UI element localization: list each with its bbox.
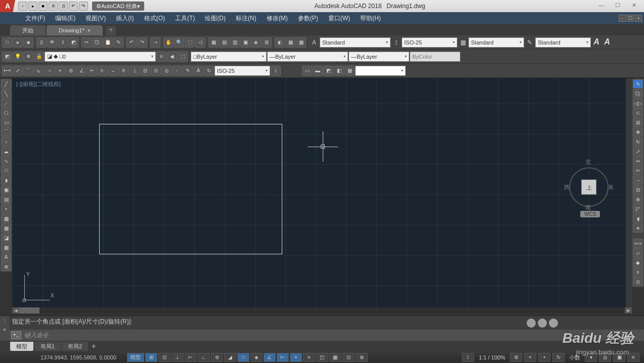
arc-icon[interactable]: ⌒ [1,127,11,137]
copy2-icon[interactable]: ⿻ [633,89,643,98]
menu-tools[interactable]: 工具(T) [170,14,200,23]
rotate-icon[interactable]: ↻ [633,137,643,146]
mtext-icon[interactable]: A [1,252,11,261]
cmd-handle-icon[interactable]: ⋮ [2,318,8,325]
dim-angular-icon[interactable]: ∠ [76,66,87,76]
mirror-icon[interactable]: ◁▷ [633,99,643,108]
menu-modify[interactable]: 修改(M) [262,14,293,23]
rectangle-icon[interactable]: ▭ [1,118,11,127]
menu-window[interactable]: 窗口(W) [323,14,355,23]
dist-icon[interactable]: ⟺ [633,239,643,248]
layer-prev-icon[interactable]: ◀ [167,52,177,62]
fillet-icon[interactable]: ◖ [633,214,643,223]
close-button[interactable]: ✕ [628,2,640,10]
menu-help[interactable]: 帮助(H) [355,14,386,23]
join-icon[interactable]: ⊕ [633,195,643,204]
list-icon[interactable]: ≡ [633,267,643,277]
menu-view[interactable]: 视图(V) [80,14,111,23]
offset-icon[interactable]: ⊂ [633,108,643,117]
dim-update-icon[interactable]: ↻ [204,66,214,76]
status-lwt-icon[interactable]: ≡ [303,353,315,362]
stretch-icon[interactable]: ⇔ [633,156,643,165]
inspection-icon[interactable]: ◎ [161,66,171,76]
pan-icon[interactable]: ✋ [163,37,174,48]
zoom-prev-icon[interactable]: ◁ [195,37,205,48]
minimize-button[interactable]: — [595,2,608,10]
design-icon[interactable]: ▤ [219,37,229,48]
tab-model[interactable]: 模型 [10,342,33,351]
vp-lock-icon[interactable]: ▦ [345,66,355,76]
viewcube[interactable]: 北 上 西 东 南 WCS [566,158,612,219]
vp-scale-combo[interactable]: ▾ [355,66,406,76]
color-combo[interactable]: □ ByLayer▾ [191,52,267,62]
menu-insert[interactable]: 插入(I) [111,14,139,23]
horizontal-scrollbar[interactable]: ◀ ▶ [12,307,632,313]
drawn-rectangle[interactable] [99,124,282,254]
dim-ordinate-icon[interactable]: ⊾ [34,66,44,76]
mass-icon[interactable]: ◆ [633,258,643,267]
layer-on-icon[interactable]: 💡 [13,52,23,62]
status-coordinates[interactable]: 1374.9943, 1595.5808, 0.0000 [0,354,126,360]
status-ducs-icon[interactable]: ⊢ [277,353,289,362]
vp-clip-icon[interactable]: ◧ [334,66,344,76]
menu-file[interactable]: 文件(F) [20,14,50,23]
viewport-label[interactable]: [-][俯视][二维线框] [16,80,61,88]
vertical-scrollbar[interactable] [626,78,632,307]
status-iso-icon[interactable]: ◢ [224,353,236,362]
saveas-icon[interactable]: ⎘ [49,2,58,11]
region-icon[interactable]: ◪ [1,233,11,242]
mdi-close[interactable]: × [635,15,642,22]
www-icon[interactable]: ⇢ [150,37,160,48]
layer-states-icon[interactable]: ≡ [156,52,166,62]
status-refresh-icon[interactable]: ↻ [552,353,565,362]
chamfer-icon[interactable]: ◸ [633,204,643,213]
viewcube-north[interactable]: 北 [585,158,591,166]
status-more-icon[interactable]: ▾ [585,353,597,362]
status-gear-icon[interactable]: ⚙ [510,353,522,362]
add-layout-button[interactable]: + [89,342,98,351]
move-icon[interactable]: ✥ [633,127,643,137]
preview-icon[interactable]: 👁 [47,37,57,48]
cmd-close-icon[interactable]: × [3,327,6,333]
center-mark-icon[interactable]: ⊙ [151,66,161,76]
status-tpy-icon[interactable]: ◫ [316,353,328,362]
maximize-button[interactable]: ☐ [612,2,624,10]
menu-format[interactable]: 格式(O) [139,14,170,23]
scroll-right-icon[interactable]: ▶ [625,307,632,313]
layer-freeze-icon[interactable]: ❄ [23,52,33,62]
status-units[interactable]: 小数 [566,354,583,361]
redo-icon[interactable]: ↷ [79,2,88,11]
dim-break-icon[interactable]: ⊥ [130,66,140,76]
new-tab-button[interactable]: + [106,26,116,35]
drawing-canvas[interactable]: [-][俯视][二维线框] Y X 北 上 西 东 南 WCS [12,78,632,307]
open-icon[interactable]: ▸ [28,2,37,11]
status-ortho-icon[interactable]: ∟ [198,353,210,362]
status-dyn-icon[interactable]: ⊢ [185,353,197,362]
h-thumb[interactable] [19,307,39,313]
workspace-selector[interactable]: ⚙ AutoCAD 经典 ▾ [92,2,144,11]
array-icon[interactable]: ⊞ [633,118,643,127]
status-sc-icon[interactable]: ⊡ [342,353,355,362]
mdi-minimize[interactable]: - [619,15,626,22]
status-infer-icon[interactable]: ⊥ [171,353,184,362]
layer-lock-icon[interactable]: 🔒 [34,52,44,62]
toolbar-btn-c[interactable]: ▩ [296,37,306,48]
save-file-icon[interactable]: ■ [23,37,33,48]
line-icon[interactable]: ╱ [1,79,11,88]
mlstyle-combo[interactable]: Standard▾ [535,37,591,48]
dim-aligned-icon[interactable]: ⤢ [13,66,23,76]
vp-single-icon[interactable]: ▭ [302,66,312,76]
undo2-icon[interactable]: ↶ [126,37,137,48]
status-model-button[interactable]: 模型 [127,353,144,362]
status-dot-icon[interactable]: • [538,353,550,362]
viewcube-east[interactable]: 东 [608,184,614,191]
command-input[interactable]: 键入命令 [24,331,642,340]
new-file-icon[interactable]: □ [2,37,12,48]
textstyle-combo[interactable]: Standard▾ [320,37,391,48]
status-scale-icon[interactable]: ⟟ [462,353,474,362]
match-icon[interactable]: ✎ [113,37,123,48]
new-icon[interactable]: ▫ [18,2,27,11]
toolbar-btn-a[interactable]: ◐ [275,37,285,48]
status-3dosnap-icon[interactable]: ◈ [250,353,263,362]
vp-object-icon[interactable]: ◩ [323,66,333,76]
